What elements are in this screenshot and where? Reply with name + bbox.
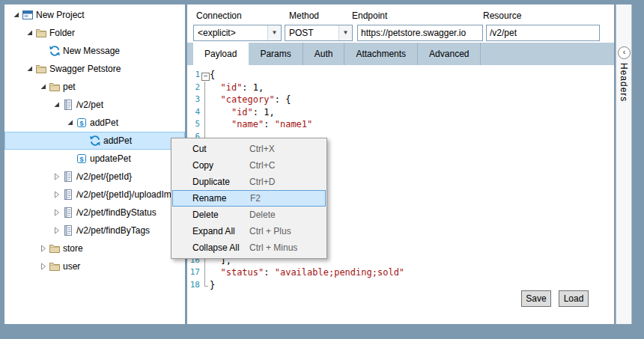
app-window-icon <box>22 6 35 24</box>
tree-expander-collapsed-icon[interactable] <box>51 186 62 204</box>
headers-expand-button[interactable]: ‹ <box>618 46 631 59</box>
tree-item-new-project[interactable]: New Project <box>4 6 185 24</box>
menu-item-duplicate[interactable]: DuplicateCtrl+D <box>171 174 326 190</box>
tree-item-v2-pet-findbytags[interactable]: /v2/pet/findByTags <box>4 222 185 239</box>
headers-collapsed-panel[interactable]: ‹ Headers <box>616 4 632 324</box>
folder-icon <box>49 257 62 275</box>
tree-expander-collapsed-icon[interactable] <box>37 257 49 275</box>
fold-line <box>200 94 210 106</box>
fold-minus-box-icon[interactable]: − <box>201 73 210 81</box>
tree-item-v2-pet-petid-uploadim[interactable]: /v2/pet/{petId}/uploadIm <box>4 186 185 204</box>
tab-payload[interactable]: Payload <box>193 43 249 65</box>
fold-collapse-icon[interactable]: − <box>200 69 210 82</box>
dollar-operation-icon: $ <box>76 150 89 168</box>
tab-advanced[interactable]: Advanced <box>418 43 481 65</box>
code-text: "id": 1, <box>210 82 264 94</box>
tree-item-label: addPet <box>89 117 118 128</box>
tree-expander-collapsed-icon[interactable] <box>51 168 62 186</box>
tree-item-folder[interactable]: Folder <box>4 24 185 42</box>
tab-params[interactable]: Params <box>249 43 303 65</box>
tree-item-user[interactable]: user <box>4 257 185 275</box>
svg-text:$: $ <box>79 156 83 163</box>
context-menu: CutCtrl+XCopyCtrl+CDuplicateCtrl+DRename… <box>171 138 327 259</box>
tree-item-addpet[interactable]: $addPet <box>4 114 185 132</box>
line-number: 4 <box>187 106 200 119</box>
tree-expander-collapsed-icon[interactable] <box>37 239 49 257</box>
folder-icon <box>49 239 62 257</box>
tree-expander-expanded-icon[interactable] <box>51 96 62 114</box>
tree-expander-collapsed-icon[interactable] <box>51 204 62 222</box>
tree-expander-empty <box>64 150 76 168</box>
menu-item-label: Duplicate <box>192 177 230 187</box>
svg-text:$: $ <box>79 120 83 127</box>
tree-expander-expanded-icon[interactable] <box>24 24 35 42</box>
save-button[interactable]: Save <box>521 290 551 307</box>
tree-item-v2-pet[interactable]: /v2/pet <box>4 96 185 114</box>
folder-icon <box>35 60 49 78</box>
document-icon <box>62 204 76 222</box>
menu-item-rename[interactable]: RenameF2 <box>172 190 326 207</box>
connection-select-value: <explicit> <box>198 28 236 38</box>
tree-item-new-message[interactable]: New Message <box>4 42 185 60</box>
editor-line: 5 "name": "name1" <box>187 118 614 131</box>
document-icon <box>62 222 76 239</box>
tree-item-label: /v2/pet/{petId} <box>76 171 132 182</box>
resource-label: Resource <box>483 10 521 21</box>
tree-expander-expanded-icon[interactable] <box>10 6 22 24</box>
connection-label: Connection <box>196 10 242 21</box>
tree-item-label: store <box>62 243 83 254</box>
tree-item-pet[interactable]: pet <box>4 78 185 96</box>
sync-arrows-icon <box>89 132 103 150</box>
tree-item-v2-pet-findbystatus[interactable]: /v2/pet/findByStatus <box>4 204 185 222</box>
line-number: 3 <box>187 94 200 106</box>
chevron-left-icon: ‹ <box>623 47 626 56</box>
menu-item-cut[interactable]: CutCtrl+X <box>171 141 326 157</box>
load-button[interactable]: Load <box>559 290 589 307</box>
project-tree: New ProjectFolderNew MessageSwagger Pets… <box>4 4 185 324</box>
fold-line <box>200 118 210 131</box>
tree-item-label: pet <box>62 82 76 92</box>
method-select[interactable]: POST ▼ <box>285 25 353 41</box>
dollar-operation-icon: $ <box>76 114 89 132</box>
tree-item-store[interactable]: store <box>4 239 185 257</box>
fold-line <box>200 279 210 292</box>
tree-expander-expanded-icon[interactable] <box>64 114 76 132</box>
tree-indent <box>4 87 37 88</box>
tree-item-updatepet[interactable]: $updatePet <box>4 150 185 168</box>
tree-indent <box>4 248 37 249</box>
tree-indent <box>4 213 51 213</box>
line-number: 18 <box>187 279 200 292</box>
headers-panel-label[interactable]: Headers <box>619 63 629 102</box>
tree-expander-expanded-icon[interactable] <box>24 60 35 78</box>
menu-item-collapse-all[interactable]: Collapse AllCtrl + Minus <box>171 239 326 256</box>
tab-attachments[interactable]: Attachments <box>344 43 418 65</box>
tree-expander-expanded-icon[interactable] <box>37 78 49 96</box>
editor-line: 4 "id": 1, <box>187 106 614 119</box>
app-window: New ProjectFolderNew MessageSwagger Pets… <box>0 0 644 339</box>
tree-item-swagger-petstore[interactable]: Swagger Petstore <box>4 60 185 78</box>
editor-line: 3 "category": { <box>187 94 614 106</box>
method-select-value: POST <box>289 28 314 38</box>
endpoint-input[interactable] <box>357 25 483 41</box>
tree-indent <box>4 266 37 267</box>
tree-indent <box>4 159 64 159</box>
fold-line <box>200 106 210 119</box>
tree-expander-collapsed-icon[interactable] <box>51 222 62 239</box>
connection-select[interactable]: <explicit> ▼ <box>193 25 282 41</box>
menu-item-copy[interactable]: CopyCtrl+C <box>171 157 326 174</box>
menu-item-shortcut: Ctrl+D <box>249 177 275 187</box>
menu-item-label: Delete <box>192 210 219 220</box>
code-text: "status": "available;pending;sold" <box>210 266 404 279</box>
menu-item-delete[interactable]: DeleteDelete <box>171 207 326 223</box>
menu-item-expand-all[interactable]: Expand AllCtrl + Plus <box>171 223 326 239</box>
code-text: "id": 1, <box>210 106 275 119</box>
tab-auth[interactable]: Auth <box>303 43 345 65</box>
code-text: { <box>210 69 215 82</box>
resource-input[interactable] <box>486 25 600 41</box>
tree-item-label: user <box>62 261 80 272</box>
tree-item-v2-pet-petid[interactable]: /v2/pet/{petId} <box>4 168 185 186</box>
code-text: } <box>210 279 215 292</box>
menu-item-shortcut: Ctrl+X <box>249 144 275 154</box>
menu-item-shortcut: Ctrl + Minus <box>249 242 297 253</box>
tree-item-addpet[interactable]: addPet <box>4 132 185 150</box>
